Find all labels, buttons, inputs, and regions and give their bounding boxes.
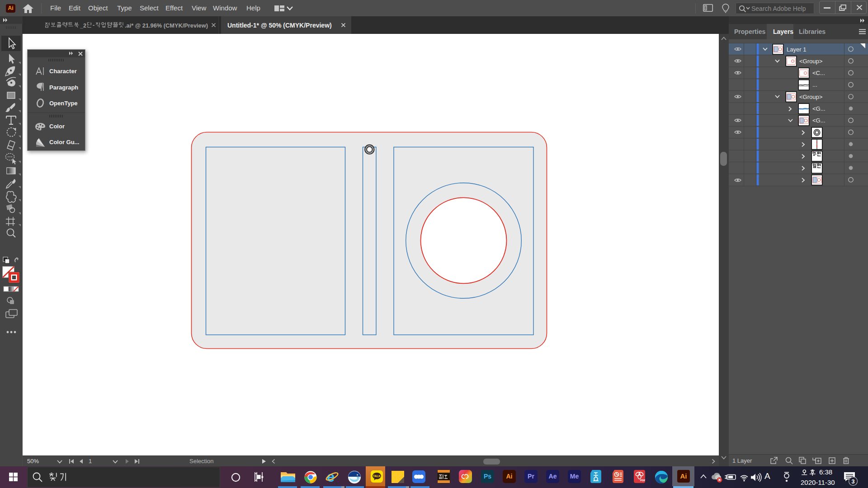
svg-text:-: - <box>93 22 94 28</box>
svg-text:TALK: TALK <box>373 474 381 478</box>
svg-text:PDF: PDF <box>640 479 645 482</box>
svg-text:3: 3 <box>852 479 855 485</box>
svg-text:<Group>: <Group> <box>799 58 822 65</box>
svg-text:...: ... <box>812 81 817 88</box>
svg-text:<C...: <C... <box>812 70 825 76</box>
svg-text:e: e <box>327 470 335 484</box>
svg-text:<Group>: <Group> <box>799 94 822 100</box>
svg-text:<G...: <G... <box>812 117 826 124</box>
svg-text:Layer 1: Layer 1 <box>787 46 806 53</box>
svg-text:_2: _2 <box>80 23 86 29</box>
svg-text:<G...: <G... <box>812 105 826 112</box>
